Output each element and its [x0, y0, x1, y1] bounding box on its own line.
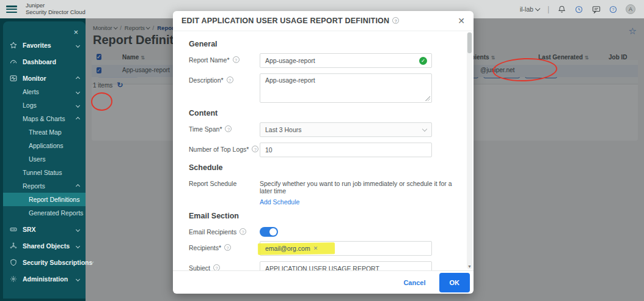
recipients-input[interactable]: email@org.com ✕ — [260, 241, 432, 256]
help-icon[interactable]: ? — [233, 56, 240, 63]
section-content: Content — [189, 109, 458, 117]
time-span-label: Time Span*? — [189, 122, 260, 133]
app-logo: Juniper Security Director Cloud — [26, 2, 86, 16]
sidebar-item-threat-map[interactable]: Threat Map — [3, 125, 86, 139]
help-icon[interactable]: ? — [240, 228, 246, 235]
chevron-up-icon — [76, 184, 80, 188]
sidebar-item-monitor[interactable]: Monitor — [3, 72, 86, 85]
time-span-select[interactable]: Last 3 Hours — [260, 122, 432, 137]
resize-handle[interactable] — [425, 96, 430, 101]
chevron-down-icon — [76, 243, 80, 248]
sidebar-item-shared-objects[interactable]: Shared Objects — [3, 239, 86, 253]
help-icon[interactable]: ? — [609, 5, 618, 14]
sidebar-item-reports[interactable]: Reports — [3, 179, 86, 193]
header-divider: | — [547, 5, 549, 13]
star-icon — [9, 41, 18, 50]
modal-title: EDIT APPLICATION USER USAGE REPORT DEFIN… — [181, 17, 399, 25]
chevron-down-icon — [76, 43, 80, 47]
help-icon[interactable]: ? — [252, 146, 258, 152]
chevron-down-icon — [76, 103, 80, 107]
top-logs-input[interactable]: 10 — [260, 143, 432, 157]
sidebar-nav: × Favorites Dashboard Monitor Alerts Log… — [3, 21, 86, 299]
close-icon[interactable]: ✕ — [458, 16, 465, 26]
tenant-selector[interactable]: il-lab — [520, 6, 540, 13]
help-icon[interactable]: ? — [225, 125, 232, 132]
remove-recipient-icon[interactable]: ✕ — [313, 245, 318, 251]
user-avatar[interactable]: A — [626, 4, 635, 14]
help-icon[interactable]: ? — [392, 17, 399, 24]
sidebar-item-generated-reports[interactable]: Generated Reports — [3, 206, 86, 220]
section-schedule: Schedule — [189, 163, 458, 172]
sidebar-item-report-definitions[interactable]: Report Definitions — [3, 193, 86, 206]
help-icon[interactable]: ? — [227, 76, 233, 83]
sidebar-item-applications[interactable]: Applications — [3, 139, 86, 152]
modal-footer: Cancel OK — [173, 270, 474, 294]
modal-header: EDIT APPLICATION USER USAGE REPORT DEFIN… — [173, 11, 474, 31]
top-logs-label: Number of Top Logs*? — [189, 143, 260, 153]
edit-report-definition-modal: EDIT APPLICATION USER USAGE REPORT DEFIN… — [173, 11, 474, 294]
chevron-up-icon — [76, 116, 80, 121]
sidebar-item-alerts[interactable]: Alerts — [3, 85, 86, 98]
recipient-chip: email@org.com ✕ — [265, 245, 318, 252]
shared-objects-icon — [9, 242, 18, 250]
sidebar-item-dashboard[interactable]: Dashboard — [3, 55, 86, 69]
modal-body: General Report Name*? App-usage-report ✓… — [173, 31, 474, 270]
monitor-activity-icon — [9, 74, 18, 83]
sidebar-close-icon[interactable]: × — [73, 28, 78, 37]
sidebar-item-users[interactable]: Users — [3, 152, 86, 166]
help-icon[interactable]: ? — [213, 264, 220, 270]
report-schedule-text: Specify whether you want to run job imme… — [260, 177, 458, 195]
scrollbar-thumb[interactable] — [467, 32, 472, 53]
sidebar-item-favorites[interactable]: Favorites — [3, 39, 86, 52]
sidebar-item-administration[interactable]: Administration — [3, 272, 86, 286]
srx-device-icon — [9, 225, 18, 234]
report-schedule-label: Report Schedule — [189, 177, 260, 187]
recipients-label: Recipients*? — [189, 241, 260, 251]
gear-icon — [9, 275, 18, 283]
dashboard-gauge-icon — [9, 58, 18, 66]
help-icon[interactable]: ? — [224, 244, 231, 251]
section-general: General — [189, 40, 458, 48]
description-label: Description*? — [189, 73, 260, 84]
chevron-up-icon — [76, 76, 80, 80]
chevron-down-icon — [422, 126, 427, 131]
ok-button[interactable]: OK — [439, 273, 470, 292]
notifications-bell-icon[interactable] — [557, 5, 566, 14]
shield-icon — [9, 258, 18, 267]
cancel-button[interactable]: Cancel — [403, 279, 425, 286]
sidebar-item-tunnel-status[interactable]: Tunnel Status — [3, 166, 86, 179]
sidebar-item-srx[interactable]: SRX — [3, 223, 86, 236]
section-email: Email Section — [189, 212, 458, 220]
email-recipients-toggle[interactable] — [260, 227, 278, 237]
modal-scrollbar[interactable]: ▼ — [467, 32, 472, 269]
subject-input[interactable]: APPLICATION USER USAGE REPORT — [260, 261, 432, 270]
sidebar-item-maps-charts[interactable]: Maps & Charts — [3, 112, 86, 125]
chevron-down-icon — [535, 6, 540, 10]
description-textarea[interactable]: App-usage-report — [260, 73, 432, 103]
clock-history-icon[interactable] — [574, 5, 584, 14]
feedback-chat-icon[interactable] — [591, 5, 601, 14]
logo-line2: Security Director Cloud — [26, 9, 86, 16]
chevron-down-icon — [76, 227, 80, 231]
chevron-down-icon — [76, 89, 80, 94]
scrollbar-down-arrow[interactable]: ▼ — [467, 264, 472, 269]
hamburger-menu-icon[interactable] — [6, 6, 17, 13]
valid-check-icon: ✓ — [419, 57, 427, 65]
sidebar-item-security-subscriptions[interactable]: Security Subscriptions — [3, 256, 86, 269]
email-recipients-label: Email Recipients? — [189, 225, 260, 236]
svg-text:?: ? — [612, 7, 615, 11]
add-schedule-link[interactable]: Add Schedule — [260, 197, 299, 206]
report-name-label: Report Name*? — [189, 53, 260, 64]
subject-label: Subject? — [189, 261, 260, 270]
report-name-input[interactable]: App-usage-report ✓ — [260, 53, 432, 68]
sidebar-item-logs[interactable]: Logs — [3, 98, 86, 112]
chevron-down-icon — [76, 277, 80, 281]
